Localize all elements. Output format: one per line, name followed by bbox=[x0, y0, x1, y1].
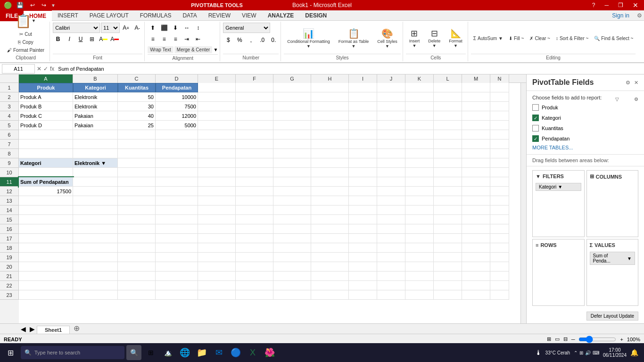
cell[interactable] bbox=[19, 281, 73, 290]
cell[interactable] bbox=[490, 158, 509, 168]
cell[interactable] bbox=[311, 187, 349, 196]
cell[interactable] bbox=[156, 158, 198, 168]
row-header-19[interactable]: 19 bbox=[0, 253, 19, 262]
cell[interactable] bbox=[236, 168, 273, 177]
taskbar-files[interactable]: 📁 bbox=[194, 345, 209, 360]
cell[interactable] bbox=[434, 83, 462, 92]
cell[interactable] bbox=[434, 187, 462, 196]
quick-access-dropdown[interactable]: ▼ bbox=[51, 3, 56, 8]
cell[interactable] bbox=[349, 253, 377, 262]
cell[interactable] bbox=[19, 262, 73, 272]
cell[interactable] bbox=[273, 272, 311, 281]
cell[interactable] bbox=[156, 168, 198, 177]
cell[interactable] bbox=[434, 168, 462, 177]
comma2-button[interactable]: , bbox=[246, 35, 256, 45]
close-button[interactable]: ✕ bbox=[631, 1, 640, 9]
cell[interactable] bbox=[273, 121, 311, 130]
cell[interactable] bbox=[118, 140, 156, 149]
row-header-13[interactable]: 13 bbox=[0, 196, 19, 206]
cell[interactable] bbox=[118, 262, 156, 272]
cell[interactable] bbox=[156, 281, 198, 290]
increase-font-button[interactable]: A+ bbox=[121, 23, 131, 33]
row-header-7[interactable]: 7 bbox=[0, 140, 19, 149]
cell[interactable] bbox=[405, 168, 434, 177]
cell[interactable] bbox=[273, 168, 311, 177]
cell[interactable] bbox=[198, 224, 236, 234]
format-dropdown[interactable]: ▼ bbox=[454, 43, 458, 48]
cell[interactable] bbox=[434, 111, 462, 121]
cell[interactable]: Kategori bbox=[73, 83, 118, 92]
cell[interactable] bbox=[311, 177, 349, 187]
cell[interactable] bbox=[490, 262, 509, 272]
confirm-formula-icon[interactable]: ✓ bbox=[43, 66, 48, 72]
cell[interactable] bbox=[377, 206, 405, 215]
format-painter-button[interactable]: 🖌 Format Painter bbox=[5, 47, 47, 54]
cell[interactable] bbox=[118, 206, 156, 215]
wrap-text-button[interactable]: Wrap Text bbox=[148, 46, 173, 53]
indent-increase-button[interactable]: ⇥ bbox=[182, 34, 192, 44]
cell[interactable] bbox=[349, 158, 377, 168]
cell[interactable] bbox=[156, 187, 198, 196]
row-header-9[interactable]: 9 bbox=[0, 158, 19, 168]
cell[interactable] bbox=[490, 102, 509, 111]
taskbar-excel[interactable]: X bbox=[245, 345, 260, 360]
cell[interactable] bbox=[349, 177, 377, 187]
col-header-l[interactable]: L bbox=[434, 74, 462, 83]
font-color-button[interactable]: A bbox=[109, 34, 120, 44]
cell[interactable] bbox=[490, 130, 509, 140]
cell[interactable] bbox=[156, 224, 198, 234]
cell[interactable] bbox=[349, 83, 377, 92]
cell[interactable] bbox=[349, 290, 377, 300]
format-as-table-button[interactable]: 📋 Format as Table ▼ bbox=[335, 26, 372, 50]
cell[interactable] bbox=[311, 121, 349, 130]
cell[interactable] bbox=[156, 272, 198, 281]
fill-color-button[interactable]: A bbox=[98, 34, 108, 44]
cut-button[interactable]: ✂ Cut bbox=[17, 31, 34, 38]
cell[interactable] bbox=[156, 206, 198, 215]
autosum-dropdown[interactable]: ▼ bbox=[498, 36, 503, 41]
quick-access-undo[interactable]: ↩ bbox=[28, 2, 37, 8]
cell[interactable] bbox=[118, 158, 156, 168]
cell[interactable] bbox=[73, 262, 118, 272]
cell[interactable] bbox=[490, 83, 509, 92]
cell[interactable]: Sum of Pendapatan bbox=[19, 177, 73, 187]
cell[interactable] bbox=[462, 168, 490, 177]
cell[interactable] bbox=[434, 253, 462, 262]
cell[interactable] bbox=[19, 168, 73, 177]
cell[interactable] bbox=[434, 262, 462, 272]
tab-view[interactable]: VIEW bbox=[236, 10, 262, 21]
zoom-in-icon[interactable]: + bbox=[620, 337, 623, 342]
cell[interactable] bbox=[73, 281, 118, 290]
cell[interactable] bbox=[156, 130, 198, 140]
cell[interactable] bbox=[311, 253, 349, 262]
cell[interactable] bbox=[405, 224, 434, 234]
cell[interactable] bbox=[434, 196, 462, 206]
taskbar-search-box[interactable]: 🔍 Type here to search bbox=[21, 346, 124, 359]
cell[interactable] bbox=[198, 140, 236, 149]
cell[interactable] bbox=[73, 206, 118, 215]
row-header-1[interactable]: 1 bbox=[0, 83, 19, 92]
cell[interactable] bbox=[377, 177, 405, 187]
cell[interactable] bbox=[19, 149, 73, 158]
row-header-2[interactable]: 2 bbox=[0, 92, 19, 102]
cell[interactable] bbox=[236, 215, 273, 224]
pivot-settings2-icon[interactable]: ⚙ bbox=[634, 97, 638, 102]
paste-button[interactable]: 📋 ▼ bbox=[12, 12, 39, 30]
tab-insert[interactable]: INSERT bbox=[52, 10, 84, 21]
cell[interactable] bbox=[236, 196, 273, 206]
bold-button[interactable]: B bbox=[53, 34, 63, 44]
cell[interactable] bbox=[198, 130, 236, 140]
field-checkbox-produk[interactable] bbox=[532, 104, 539, 111]
defer-layout-button[interactable]: Defer Layout Update bbox=[586, 312, 638, 321]
pivot-filter-icon[interactable]: ▽ bbox=[615, 97, 619, 102]
cell[interactable] bbox=[462, 158, 490, 168]
cell-styles-button[interactable]: 🎨 Cell Styles ▼ bbox=[374, 26, 401, 50]
cell[interactable] bbox=[118, 281, 156, 290]
cell[interactable] bbox=[377, 272, 405, 281]
row-header-22[interactable]: 22 bbox=[0, 281, 19, 290]
cell[interactable] bbox=[236, 281, 273, 290]
cell[interactable] bbox=[349, 130, 377, 140]
row-header-16[interactable]: 16 bbox=[0, 224, 19, 234]
text-direction-button[interactable]: ↕ bbox=[193, 23, 203, 33]
quick-access-save[interactable]: 💾 bbox=[15, 2, 25, 8]
